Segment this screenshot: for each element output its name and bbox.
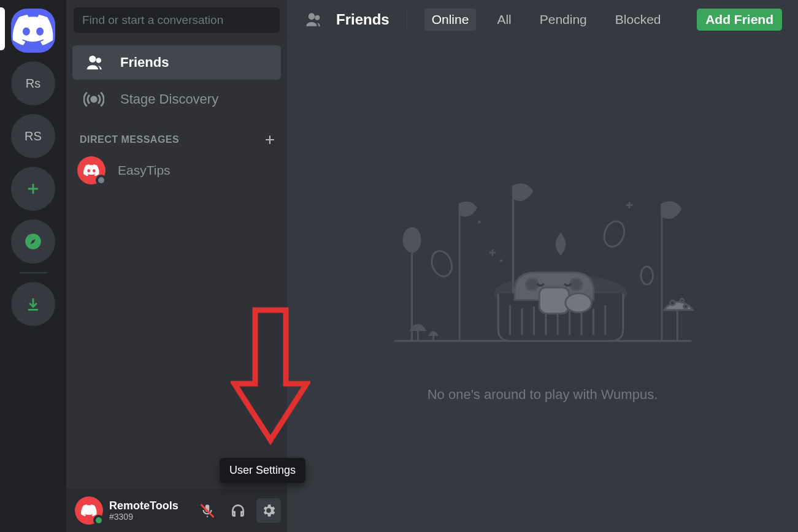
server-rs-upper[interactable]: RS [11,114,55,158]
dm-name: EasyTips [118,163,171,178]
status-dot-offline [96,175,107,186]
gear-icon [261,503,277,519]
headphones-icon [230,503,246,519]
avatar [77,156,106,184]
tab-pending[interactable]: Pending [532,9,594,31]
discord-logo-icon [83,164,100,177]
tab-all[interactable]: All [489,9,518,31]
topbar-title: Friends [336,11,389,28]
user-panel: RemoteTools #3309 [66,489,287,532]
svg-point-9 [600,218,627,249]
server-initials: Rs [26,77,40,91]
svg-point-1 [91,97,97,102]
friends-icon [83,52,104,73]
empty-friends-content: No one's around to play with Wumpus. [287,39,798,532]
dm-section-header: DIRECT MESSAGES [80,134,179,145]
server-rs-lower[interactable]: Rs [11,61,55,105]
compass-icon [25,233,42,250]
svg-point-16 [680,298,684,302]
svg-point-15 [670,300,675,305]
svg-point-10 [641,267,653,284]
user-settings-tooltip: User Settings [220,458,305,483]
svg-point-4 [404,228,420,252]
status-dot-online [93,515,104,526]
download-icon [25,295,42,313]
plus-icon [25,180,42,197]
main-content: Friends Online All Pending Blocked Add F… [287,0,798,532]
friends-header-icon [303,10,323,29]
discord-home-button[interactable] [11,9,55,53]
download-apps-button[interactable] [11,282,55,326]
svg-point-18 [499,259,502,262]
self-discriminator: #3309 [109,512,178,522]
self-avatar[interactable] [75,496,103,525]
svg-point-17 [683,305,688,309]
wumpus-illustration [371,169,715,365]
user-settings-button[interactable] [256,498,281,523]
friends-topbar: Friends Online All Pending Blocked Add F… [287,0,798,39]
stage-icon [83,89,104,110]
empty-state-text: No one's around to play with Wumpus. [428,387,658,403]
nav-friends-label: Friends [120,55,169,70]
microphone-icon [199,503,215,519]
tab-blocked[interactable]: Blocked [608,9,669,31]
home-selected-indicator [0,7,5,50]
server-rail: Rs RS [0,0,66,532]
discord-logo-icon [11,15,55,46]
dm-easytips[interactable]: EasyTips [66,153,287,188]
nav-stage-discovery[interactable]: Stage Discovery [72,82,281,116]
explore-servers-button[interactable] [11,219,55,264]
rail-divider [19,272,47,273]
tab-online[interactable]: Online [424,9,477,31]
discord-logo-icon [80,504,98,517]
add-friend-button[interactable]: Add Friend [697,9,782,31]
nav-friends[interactable]: Friends [72,45,281,80]
svg-point-14 [565,294,591,313]
deafen-button[interactable] [226,498,250,523]
search-placeholder: Find or start a conversation [82,13,223,27]
svg-point-8 [428,248,455,279]
annotation-arrow-icon [231,305,310,465]
mute-mic-button[interactable] [195,498,220,523]
svg-point-13 [570,278,581,290]
nav-stage-label: Stage Discovery [120,91,218,107]
server-initials: RS [25,129,42,143]
quick-switcher[interactable]: Find or start a conversation [74,7,280,33]
add-server-button[interactable] [11,167,55,211]
self-name-block[interactable]: RemoteTools #3309 [109,500,178,522]
new-dm-button[interactable]: + [265,131,275,148]
topbar-divider [407,10,407,29]
self-username: RemoteTools [109,500,178,512]
